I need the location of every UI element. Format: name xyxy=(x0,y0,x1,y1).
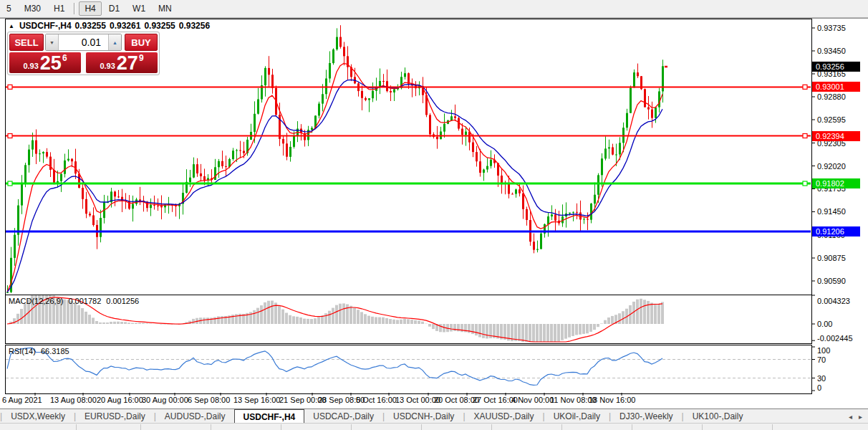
collapse-triangle-icon[interactable]: ▲ xyxy=(9,23,14,29)
statusbar-separator xyxy=(76,424,77,430)
statusbar-separator xyxy=(211,424,211,430)
statusbar-separator xyxy=(772,424,773,430)
price-axis-tick-label: 0.91450 xyxy=(817,208,867,216)
symbol-tab-dj30weekly[interactable]: DJ30-,Weekly xyxy=(611,409,681,424)
statusbar-separator xyxy=(421,424,422,430)
price-badge: 0.91802 xyxy=(812,178,860,188)
date-axis-label: 13 Aug 08:00 xyxy=(50,396,97,404)
price-axis-tick-label: 0.93735 xyxy=(817,24,867,32)
statusbar-separator xyxy=(281,424,281,430)
buy-price-prefix: 0.93 xyxy=(100,62,115,70)
date-axis-label: 18 Nov 16:00 xyxy=(589,396,635,404)
symbol-tab-uk100daily[interactable]: UK100-,Daily xyxy=(684,409,752,424)
date-axis-label: 6 Sep 08:00 xyxy=(188,396,230,404)
date-axis-label: 30 Aug 00:00 xyxy=(142,396,188,404)
price-axis-tick-label: 0.92595 xyxy=(817,116,867,124)
date-axis-label: 20 Aug 16:00 xyxy=(97,396,143,404)
buy-price-pip: 9 xyxy=(139,53,144,63)
price-axis-tick-label: 0.93450 xyxy=(817,47,867,55)
one-click-trading-panel: SELL ▼ ▲ BUY 0.93 25 6 0.93 27 9 xyxy=(7,32,160,75)
volume-decrease-button[interactable]: ▼ xyxy=(46,34,59,50)
chart-title: ▲ USDCHF-,H4 0.93255 0.93261 0.93255 0.9… xyxy=(9,21,210,31)
statusbar-separator xyxy=(632,424,632,430)
price-axis-tick-label: 0.90875 xyxy=(817,254,867,262)
symbol-tabbar: |USDX,Weekly|EURUSD-,Daily|AUDUSD-,Daily… xyxy=(0,408,868,424)
timeframe-button-mn[interactable]: MN xyxy=(153,1,178,16)
volume-input[interactable] xyxy=(59,34,108,50)
timeframe-button-w1[interactable]: W1 xyxy=(127,1,151,16)
ohlc-high: 0.93261 xyxy=(110,21,140,31)
statusbar-separator xyxy=(702,424,703,430)
price-axis-tick-label: 0.92020 xyxy=(817,163,867,171)
price-badge: 0.93001 xyxy=(812,82,860,92)
buy-button[interactable]: BUY xyxy=(125,34,158,51)
sell-button[interactable]: SELL xyxy=(9,34,44,51)
timeframe-button-m30[interactable]: M30 xyxy=(19,1,47,16)
rsi-value: 66.3185 xyxy=(41,347,69,355)
date-axis-label: 4 Nov 00:00 xyxy=(511,396,554,404)
sell-price-button[interactable]: 0.93 25 6 xyxy=(9,52,81,73)
ohlc-low: 0.93255 xyxy=(144,21,175,31)
ohlc-close: 0.93256 xyxy=(179,21,210,31)
date-axis-label: 13 Sep 16:00 xyxy=(233,396,280,404)
symbol-tab-xauusddaily[interactable]: XAUUSD-,Daily xyxy=(466,409,543,424)
status-bar xyxy=(0,423,868,430)
timeframe-button-h1[interactable]: H1 xyxy=(48,1,70,16)
sell-price-prefix: 0.93 xyxy=(23,62,38,70)
rsi-axis-label: 30 xyxy=(817,375,867,383)
symbol-tab-audusddaily[interactable]: AUDUSD-,Daily xyxy=(156,409,234,424)
date-axis-label: 6 Aug 2021 xyxy=(2,396,42,404)
tab-scroll-right-icon[interactable]: ▸ xyxy=(859,413,862,421)
symbol-tab-usdchfh4[interactable]: USDCHF-,H4 xyxy=(234,409,305,424)
price-axis-tick-label: 0.90590 xyxy=(817,277,867,285)
date-axis-label: 5 Oct 16:00 xyxy=(356,396,397,404)
ohlc-open: 0.93255 xyxy=(75,21,106,31)
price-badge: 0.92394 xyxy=(812,131,860,141)
timeframe-toolbar: 5M30H1H4D1W1MN xyxy=(0,0,868,18)
tab-scroll-left-icon[interactable]: ◂ xyxy=(849,413,852,421)
statusbar-separator xyxy=(140,424,141,430)
rsi-name: RSI(14) xyxy=(9,347,36,355)
chart-symbol-label: USDCHF-,H4 xyxy=(19,21,72,31)
timeframe-button-h4[interactable]: H4 xyxy=(79,1,101,16)
buy-price-button[interactable]: 0.93 27 9 xyxy=(86,52,158,73)
timeframe-button-5[interactable]: 5 xyxy=(1,1,17,16)
symbol-tab-ukoildaily[interactable]: UKOil-,Daily xyxy=(545,409,609,424)
symbol-tab-eurusddaily[interactable]: EURUSD-,Daily xyxy=(76,409,154,424)
price-axis-tick-label: 0.92880 xyxy=(817,93,867,101)
rsi-axis-label: 0 xyxy=(817,384,867,392)
macd-value-signal: 0.001256 xyxy=(106,297,139,305)
macd-axis-label: -0.002445 xyxy=(817,335,867,343)
sell-price-big: 25 xyxy=(40,54,62,72)
symbol-tab-usdcnhdaily[interactable]: USDCNH-,Daily xyxy=(385,409,463,424)
macd-axis-label: 0.00 xyxy=(817,320,867,328)
rsi-axis-label: 100 xyxy=(817,347,867,355)
statusbar-separator xyxy=(491,424,492,430)
buy-price-big: 27 xyxy=(117,54,138,72)
rsi-label: RSI(14) 66.3185 xyxy=(9,347,69,355)
rsi-axis-label: 70 xyxy=(817,356,867,364)
sell-price-pip: 6 xyxy=(62,53,67,63)
macd-value-main: 0.001782 xyxy=(68,297,101,305)
statusbar-separator xyxy=(561,424,562,430)
volume-increase-button[interactable]: ▲ xyxy=(108,34,121,50)
macd-label: MACD(12,26,9) 0.001782 0.001256 xyxy=(9,297,139,305)
price-badge: 0.91206 xyxy=(812,226,860,236)
macd-name: MACD(12,26,9) xyxy=(9,297,63,305)
statusbar-separator xyxy=(351,424,352,430)
macd-axis-label: 0.004323 xyxy=(817,297,867,305)
symbol-tab-usdcaddaily[interactable]: USDCAD-,Daily xyxy=(304,409,382,424)
toolbar-divider xyxy=(74,3,75,14)
price-badge: 0.93256 xyxy=(812,62,860,72)
symbol-tab-usdxweekly[interactable]: USDX,Weekly xyxy=(2,409,74,424)
timeframe-button-d1[interactable]: D1 xyxy=(103,1,125,16)
tab-scroll-arrows: ◂▸ xyxy=(849,409,868,424)
rsi-plot-frame xyxy=(5,345,812,394)
